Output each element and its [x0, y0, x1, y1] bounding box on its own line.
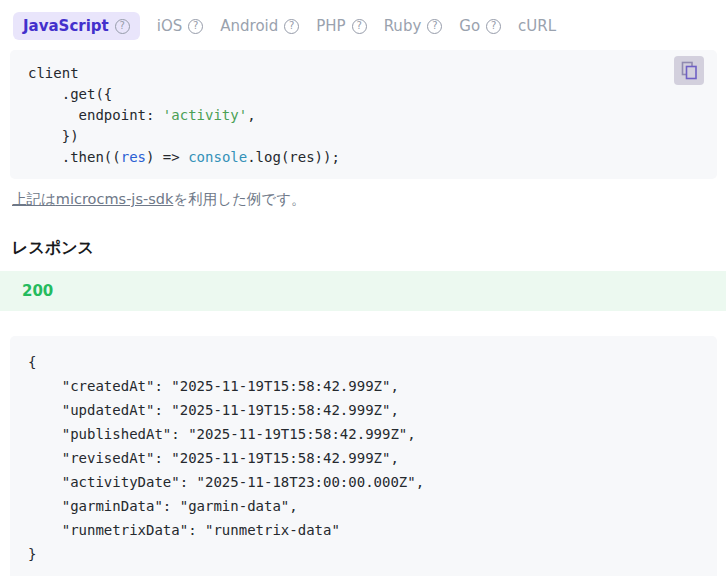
caption-prefix: 上記は [12, 191, 56, 207]
code-example-lines: client .get({ endpoint: 'activity', }) .… [28, 63, 699, 168]
copy-code-button[interactable] [674, 56, 704, 85]
response-json-line: "createdAt": "2025-11-19T15:58:42.999Z", [28, 374, 699, 398]
tab-label: cURL [518, 17, 556, 35]
tab-ruby[interactable]: Ruby? [384, 17, 443, 35]
code-example-block: client .get({ endpoint: 'activity', }) .… [10, 50, 717, 179]
response-json-line: "runmetrixData": "runmetrix-data" [28, 518, 699, 542]
tab-javascript[interactable]: JavaScript? [13, 12, 140, 40]
help-icon[interactable]: ? [188, 19, 203, 34]
response-body-block: { "createdAt": "2025-11-19T15:58:42.999Z… [10, 336, 717, 576]
help-icon[interactable]: ? [427, 19, 442, 34]
help-icon[interactable]: ? [115, 19, 130, 34]
tab-go[interactable]: Go? [459, 17, 501, 35]
tab-label: Go [459, 17, 480, 35]
tab-label: Ruby [384, 17, 422, 35]
response-json-line: { [28, 350, 699, 374]
tab-label: PHP [316, 17, 345, 35]
code-line: .then((res) => console.log(res)); [28, 147, 699, 168]
copy-icon [681, 61, 698, 80]
caption-suffix: を利用した例です。 [173, 191, 305, 207]
code-line: endpoint: 'activity', [28, 105, 699, 126]
tab-ios[interactable]: iOS? [157, 17, 204, 35]
help-icon[interactable]: ? [486, 19, 501, 34]
response-json-line: } [28, 542, 699, 566]
response-heading: レスポンス [12, 238, 726, 259]
tab-label: iOS [157, 17, 183, 35]
response-json-line: "publishedAt": "2025-11-19T15:58:42.999Z… [28, 422, 699, 446]
status-bar: 200 [0, 271, 726, 311]
tab-android[interactable]: Android? [220, 17, 299, 35]
sdk-link[interactable]: microcms-js-sdk [56, 191, 174, 207]
sdk-caption: 上記はmicrocms-js-sdkを利用した例です。 [12, 190, 726, 209]
tab-label: JavaScript [23, 17, 109, 35]
status-code-badge: 200 [22, 282, 53, 300]
code-line: client [28, 63, 699, 84]
help-icon[interactable]: ? [352, 19, 367, 34]
response-json-line: "revisedAt": "2025-11-19T15:58:42.999Z", [28, 446, 699, 470]
tab-label: Android [220, 17, 278, 35]
tab-curl[interactable]: cURL [518, 17, 556, 35]
language-tab-bar: JavaScript?iOS?Android?PHP?Ruby?Go?cURL [13, 10, 726, 42]
response-json-line: "garminData": "garmin-data", [28, 494, 699, 518]
code-line: }) [28, 126, 699, 147]
response-json-line: "activityDate": "2025-11-18T23:00:00.000… [28, 470, 699, 494]
help-icon[interactable]: ? [284, 19, 299, 34]
tab-php[interactable]: PHP? [316, 17, 366, 35]
code-line: .get({ [28, 84, 699, 105]
response-json-line: "updatedAt": "2025-11-19T15:58:42.999Z", [28, 398, 699, 422]
